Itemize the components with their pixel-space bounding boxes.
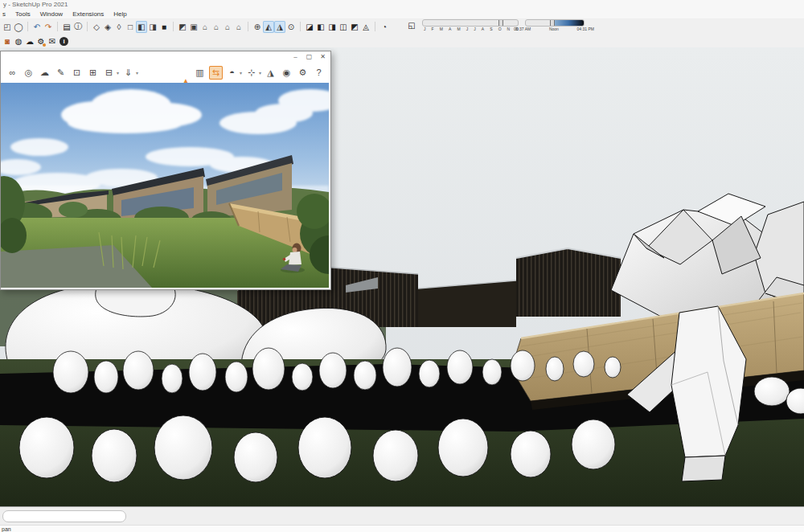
redo-icon[interactable]: ↷	[43, 21, 54, 33]
render-preview-window[interactable]: – ▢ ✕ ∞ ◎ ☁ ✎ ⊡ ⊞ ⊟ ▾ ⇓ ▾ ▥	[0, 51, 331, 290]
month-tick-labels: J F M A M J J A S O N D	[422, 27, 520, 31]
style-back-edges-icon[interactable]: ◈	[102, 21, 113, 33]
status-search-input[interactable]	[2, 510, 126, 522]
status-hint-text: pan	[2, 526, 11, 532]
sync-views-icon[interactable]: ⇆	[209, 66, 223, 80]
batch-render-icon[interactable]: ⊞	[86, 66, 100, 80]
date-slider-track[interactable]	[422, 19, 519, 27]
chevron-down-icon[interactable]: ▾	[240, 70, 242, 76]
style-monochrome-icon[interactable]: ■	[158, 21, 170, 33]
mail-icon[interactable]: ✉	[47, 35, 58, 47]
date-slider-handle[interactable]	[498, 19, 503, 27]
shadows-toolbar: ◱ J F M A M J J A S	[406, 19, 594, 34]
extension-manager-icon[interactable]: ⚙	[35, 35, 47, 47]
paint-bucket-icon[interactable]: ◙	[2, 35, 13, 47]
settings-gear-icon[interactable]: ⚙	[296, 66, 310, 80]
view-iso-icon[interactable]: ◩	[177, 21, 188, 33]
look-around-icon[interactable]: ◭	[263, 21, 274, 33]
sketchup-window: y - SketchUp Pro 2021 s Tools Window Ext…	[0, 0, 804, 532]
menu-tools[interactable]: Tools	[15, 10, 31, 18]
time-slider-handle[interactable]	[550, 19, 555, 27]
scene-2-icon[interactable]: ◧	[315, 21, 326, 33]
shadow-settings-icon[interactable]: ◱	[406, 19, 417, 31]
model-info-icon[interactable]: ⓘ	[72, 21, 84, 33]
walk-icon[interactable]: ◮	[274, 21, 285, 33]
help-icon[interactable]: ?	[312, 66, 326, 80]
date-slider-gradient	[425, 20, 503, 26]
scene-6-icon[interactable]: ◬	[360, 21, 371, 33]
time-labels: 06:37 AM Noon 04:31 PM	[514, 27, 594, 31]
title-bar: y - SketchUp Pro 2021	[0, 0, 804, 10]
collapse-arrow-icon[interactable]: ▲	[183, 77, 189, 84]
close-button[interactable]: ✕	[317, 52, 329, 61]
toolbar-separator	[375, 22, 375, 31]
pan-icon[interactable]: ◔	[379, 21, 390, 33]
month-tick: O	[498, 27, 502, 31]
scene-3-icon[interactable]: ◨	[326, 21, 338, 33]
chevron-down-icon[interactable]: ▾	[259, 70, 261, 76]
toolbar-area: ◰ ◯ ↶ ↷ ▤ ⓘ ◇ ◈ ◊ □ ◧ ◨ ■ ◩ ▣ ⌂ ⌂ ⌂ ⌂ ⊕ …	[0, 19, 804, 49]
view-back-icon[interactable]: ⌂	[222, 21, 233, 33]
style-wireframe-icon[interactable]: ◊	[113, 21, 125, 33]
circle-tool-icon[interactable]: ◯	[13, 21, 24, 33]
info-icon[interactable]: i	[59, 37, 68, 46]
walk-mode-icon[interactable]: ⊹	[244, 66, 258, 80]
menu-help[interactable]: Help	[113, 10, 126, 18]
time-slider-gradient	[550, 20, 584, 26]
screenshot-icon[interactable]: ⊡	[70, 66, 84, 80]
chevron-down-icon[interactable]: ▾	[136, 70, 138, 76]
view-top-icon[interactable]: ▣	[188, 21, 199, 33]
toolbar-row-2: ◙ ◍ ☁ ⚙ ✉ i	[0, 34, 804, 48]
toolbar-separator	[27, 22, 28, 31]
menu-window[interactable]: Window	[40, 10, 63, 18]
issues-icon[interactable]: ◎	[22, 66, 35, 80]
collaboration-icon[interactable]: ∞	[6, 66, 19, 80]
print-icon[interactable]: ▤	[61, 21, 72, 33]
menu-clipped-item[interactable]: s	[2, 10, 6, 18]
render-window-titlebar[interactable]: – ▢ ✕	[1, 51, 330, 62]
style-shaded-textures-icon[interactable]: ◧	[136, 21, 147, 33]
undo-icon[interactable]: ↶	[31, 21, 43, 33]
view-right-icon[interactable]: ⌂	[211, 21, 222, 33]
edit-pen-icon[interactable]: ✎	[54, 66, 68, 80]
maximize-button[interactable]: ▢	[303, 52, 315, 61]
toolbar-row-1: ◰ ◯ ↶ ↷ ▤ ⓘ ◇ ◈ ◊ □ ◧ ◨ ■ ◩ ▣ ⌂ ⌂ ⌂ ⌂ ⊕ …	[0, 19, 804, 34]
zoom-extents-icon[interactable]: ⊙	[285, 21, 297, 33]
upload-cloud-icon[interactable]: ☁	[38, 66, 51, 80]
paste-icon[interactable]: ◰	[2, 21, 13, 33]
month-tick: A	[482, 27, 484, 31]
minimize-button[interactable]: –	[289, 52, 302, 61]
scene-5-icon[interactable]: ◩	[349, 21, 360, 33]
scene-1-icon[interactable]: ◪	[304, 21, 315, 33]
cloud-3d-warehouse-icon[interactable]: ☁	[24, 35, 35, 47]
style-hidden-line-icon[interactable]: □	[125, 21, 136, 33]
month-tick: J	[424, 27, 426, 31]
save-view-icon[interactable]: ⊟	[102, 66, 116, 80]
position-camera-icon[interactable]: ⊕	[252, 21, 263, 33]
visibility-icon[interactable]: ◉	[280, 66, 293, 80]
export-icon[interactable]: ⇓	[121, 66, 135, 80]
time-slider-track[interactable]	[525, 19, 585, 27]
style-shaded-icon[interactable]: ◨	[147, 21, 158, 33]
render-window-toolbar: ∞ ◎ ☁ ✎ ⊡ ⊞ ⊟ ▾ ⇓ ▾ ▥ ⇆ ◓ ▾ ⊹ ▾	[1, 62, 330, 83]
view-front-icon[interactable]: ⌂	[199, 21, 211, 33]
chevron-down-icon[interactable]: ▾	[117, 70, 119, 76]
manage-views-icon[interactable]: ▥	[193, 66, 207, 80]
style-xray-icon[interactable]: ◇	[91, 21, 102, 33]
toolbar-separator	[57, 22, 58, 31]
vr-headset-icon[interactable]: ◓	[225, 66, 239, 80]
shadow-time-slider[interactable]: 06:37 AM Noon 04:31 PM	[525, 19, 594, 31]
scene-4-icon[interactable]: ◫	[338, 21, 349, 33]
fly-mode-icon[interactable]: ◮	[264, 66, 277, 80]
status-hint-row: pan	[0, 525, 804, 532]
shadow-date-slider[interactable]: J F M A M J J A S O N D	[422, 19, 520, 31]
materials-icon[interactable]: ◍	[13, 35, 24, 47]
toolbar-separator	[300, 22, 301, 31]
menu-extensions[interactable]: Extensions	[72, 10, 104, 18]
month-tick: M	[440, 27, 443, 31]
view-left-icon[interactable]: ⌂	[233, 21, 244, 33]
model-viewport[interactable]: – ▢ ✕ ∞ ◎ ☁ ✎ ⊡ ⊞ ⊟ ▾ ⇓ ▾ ▥	[0, 47, 804, 506]
render-image	[1, 83, 329, 288]
toolbar-separator	[248, 22, 248, 31]
sunset-label: 04:31 PM	[577, 27, 594, 31]
